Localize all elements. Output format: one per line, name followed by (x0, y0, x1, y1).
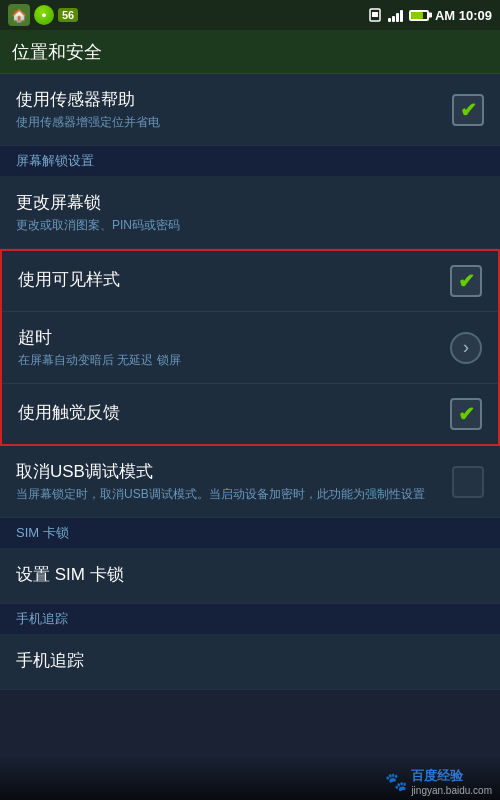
usb-debug-title: 取消USB调试模式 (16, 460, 452, 483)
usb-debug-subtitle: 当屏幕锁定时，取消USB调试模式。当启动设备加密时，此功能为强制性设置 (16, 486, 452, 503)
usb-debug-item[interactable]: 取消USB调试模式 当屏幕锁定时，取消USB调试模式。当启动设备加密时，此功能为… (0, 446, 500, 518)
baidu-logo: 百度经验 (411, 767, 492, 785)
status-bar: 🏠 ● 56 AM 10:09 (0, 0, 500, 30)
status-time: AM 10:09 (435, 8, 492, 23)
usb-debug-text: 取消USB调试模式 当屏幕锁定时，取消USB调试模式。当启动设备加密时，此功能为… (16, 460, 452, 503)
sim-lock-item[interactable]: 设置 SIM 卡锁 (0, 549, 500, 604)
sim-icon (368, 8, 382, 22)
sim-lock-label: SIM 卡锁 (16, 525, 69, 540)
haptic-feedback-text: 使用触觉反馈 (18, 401, 450, 427)
timeout-arrow[interactable]: › (450, 332, 482, 364)
timeout-item[interactable]: 超时 在屏幕自动变暗后 无延迟 锁屏 › (2, 312, 498, 384)
watermark: 🐾 百度经验 jingyan.baidu.com (0, 756, 500, 800)
visible-pattern-item[interactable]: 使用可见样式 ✔ (2, 251, 498, 312)
phone-track-title: 手机追踪 (16, 649, 484, 672)
status-left: 🏠 ● 56 (8, 4, 78, 26)
battery-icon (409, 10, 429, 21)
green-dot-icon: ● (34, 5, 54, 25)
change-lock-text: 更改屏幕锁 更改或取消图案、PIN码或密码 (16, 191, 484, 234)
battery-percent: 56 (58, 8, 78, 22)
sensor-subtitle: 使用传感器增强定位并省电 (16, 114, 452, 131)
haptic-feedback-item[interactable]: 使用触觉反馈 ✔ (2, 384, 498, 444)
visible-pattern-checkmark: ✔ (458, 269, 475, 293)
baidu-paw-icon: 🐾 (385, 771, 407, 793)
screen-lock-header: 屏幕解锁设置 (0, 146, 500, 177)
timeout-subtitle: 在屏幕自动变暗后 无延迟 锁屏 (18, 352, 450, 369)
screen-lock-label: 屏幕解锁设置 (16, 153, 94, 168)
sim-lock-header: SIM 卡锁 (0, 518, 500, 549)
sensor-checkbox[interactable]: ✔ (452, 94, 484, 126)
home-icon: 🏠 (8, 4, 30, 26)
haptic-feedback-checkmark: ✔ (458, 402, 475, 426)
sim-lock-text: 设置 SIM 卡锁 (16, 563, 484, 589)
phone-track-text: 手机追踪 (16, 649, 484, 675)
title-bar: 位置和安全 (0, 30, 500, 74)
red-bordered-section: 使用可见样式 ✔ 超时 在屏幕自动变暗后 无延迟 锁屏 › 使用触觉反馈 ✔ (0, 249, 500, 446)
sim-lock-title: 设置 SIM 卡锁 (16, 563, 484, 586)
change-lock-subtitle: 更改或取消图案、PIN码或密码 (16, 217, 484, 234)
signal-icon (388, 8, 403, 22)
visible-pattern-text: 使用可见样式 (18, 268, 450, 294)
sensor-setting-item[interactable]: 使用传感器帮助 使用传感器增强定位并省电 ✔ (0, 74, 500, 146)
phone-track-item[interactable]: 手机追踪 (0, 635, 500, 690)
sensor-checkmark: ✔ (460, 98, 477, 122)
phone-track-header: 手机追踪 (0, 604, 500, 635)
content-area: 使用传感器帮助 使用传感器增强定位并省电 ✔ 屏幕解锁设置 更改屏幕锁 更改或取… (0, 74, 500, 690)
svg-rect-1 (372, 12, 378, 17)
watermark-text: 百度经验 jingyan.baidu.com (411, 767, 492, 796)
sensor-title: 使用传感器帮助 (16, 88, 452, 111)
haptic-feedback-checkbox[interactable]: ✔ (450, 398, 482, 430)
change-lock-title: 更改屏幕锁 (16, 191, 484, 214)
visible-pattern-title: 使用可见样式 (18, 268, 450, 291)
change-lock-item[interactable]: 更改屏幕锁 更改或取消图案、PIN码或密码 (0, 177, 500, 249)
timeout-title: 超时 (18, 326, 450, 349)
jingyan-url: jingyan.baidu.com (411, 785, 492, 796)
haptic-feedback-title: 使用触觉反馈 (18, 401, 450, 424)
status-right: AM 10:09 (368, 8, 492, 23)
sensor-text: 使用传感器帮助 使用传感器增强定位并省电 (16, 88, 452, 131)
phone-track-label: 手机追踪 (16, 611, 68, 626)
usb-debug-checkbox[interactable] (452, 466, 484, 498)
page-title: 位置和安全 (12, 40, 102, 64)
visible-pattern-checkbox[interactable]: ✔ (450, 265, 482, 297)
watermark-inner: 🐾 百度经验 jingyan.baidu.com (385, 767, 492, 796)
timeout-text: 超时 在屏幕自动变暗后 无延迟 锁屏 (18, 326, 450, 369)
